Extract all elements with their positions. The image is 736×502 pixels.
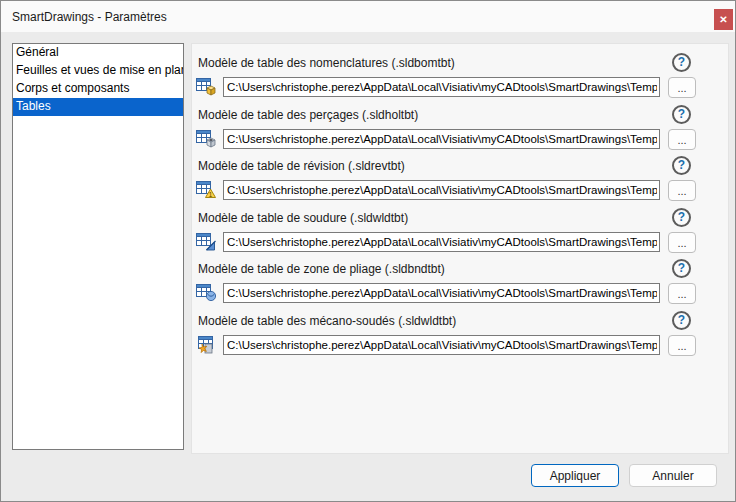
revision-table-icon: 1: [196, 180, 217, 199]
bom-template-path-input[interactable]: [223, 77, 660, 97]
field-label: Modèle de table de zone de pliage (.sldb…: [198, 262, 445, 276]
browse-button[interactable]: ...: [668, 335, 696, 356]
field-row-pliage: Modèle de table de zone de pliage (.sldb…: [192, 262, 728, 308]
hole-table-icon: [196, 129, 217, 148]
bend-template-path-input[interactable]: [223, 283, 660, 303]
weldment-template-path-input[interactable]: [223, 335, 660, 355]
field-label: Modèle de table de soudure (.sldwldtbt): [198, 211, 408, 225]
browse-button[interactable]: ...: [668, 77, 696, 98]
hole-template-path-input[interactable]: [223, 129, 660, 149]
weldment-table-icon: [196, 335, 217, 354]
settings-dialog: SmartDrawings - Paramètres ✕ Général Feu…: [0, 0, 736, 502]
revision-template-path-input[interactable]: [223, 180, 660, 200]
field-row-nomenclatures: Modèle de table des nomenclatures (.sldb…: [192, 56, 728, 102]
browse-button[interactable]: ...: [668, 129, 696, 150]
category-list: Général Feuilles et vues de mise en plan…: [12, 43, 184, 450]
field-label: Modèle de table des mécano-soudés (.sldw…: [198, 314, 456, 328]
field-label: Modèle de table de révision (.sldrevtbt): [198, 159, 405, 173]
tables-settings-panel: Modèle de table des nomenclatures (.sldb…: [191, 43, 729, 454]
sidebar-item-feuilles[interactable]: Feuilles et vues de mise en plan: [13, 62, 183, 80]
browse-button[interactable]: ...: [668, 232, 696, 253]
sidebar-item-tables[interactable]: Tables: [13, 98, 183, 116]
cancel-button[interactable]: Annuler: [629, 464, 717, 487]
svg-text:1: 1: [209, 191, 213, 198]
sidebar-item-corps[interactable]: Corps et composants: [13, 80, 183, 98]
browse-button[interactable]: ...: [668, 180, 696, 201]
help-icon[interactable]: ?: [672, 105, 691, 124]
bom-table-icon: [196, 77, 217, 96]
browse-button[interactable]: ...: [668, 283, 696, 304]
help-icon[interactable]: ?: [672, 208, 691, 227]
sidebar-item-general[interactable]: Général: [13, 44, 183, 62]
help-icon[interactable]: ?: [672, 156, 691, 175]
apply-button[interactable]: Appliquer: [531, 464, 619, 487]
field-row-soudure: Modèle de table de soudure (.sldwldtbt) …: [192, 211, 728, 257]
weld-template-path-input[interactable]: [223, 232, 660, 252]
field-label: Modèle de table des perçages (.sldholtbt…: [198, 108, 418, 122]
help-icon[interactable]: ?: [672, 53, 691, 72]
help-icon[interactable]: ?: [672, 311, 691, 330]
field-label: Modèle de table des nomenclatures (.sldb…: [198, 56, 455, 70]
field-row-revision: Modèle de table de révision (.sldrevtbt)…: [192, 159, 728, 205]
field-row-mecano-soudes: Modèle de table des mécano-soudés (.sldw…: [192, 314, 728, 360]
field-row-percages: Modèle de table des perçages (.sldholtbt…: [192, 108, 728, 154]
close-icon[interactable]: ✕: [714, 9, 733, 30]
help-icon[interactable]: ?: [672, 259, 691, 278]
bend-table-icon: [196, 283, 217, 302]
weld-table-icon: [196, 232, 217, 251]
titlebar: SmartDrawings - Paramètres ✕: [1, 1, 735, 32]
window-title: SmartDrawings - Paramètres: [12, 10, 167, 24]
